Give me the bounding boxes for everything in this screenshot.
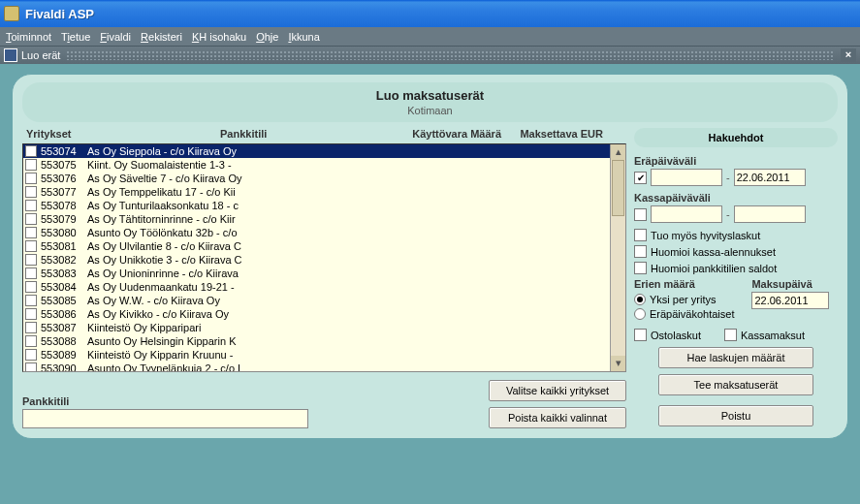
list-item[interactable]: 553081As Oy Ulvilantie 8 - c/o Kiirava C [23,239,610,253]
list-item[interactable]: 553082As Oy Unikkotie 3 - c/o Kiirava C [23,253,610,267]
row-checkbox[interactable] [25,200,37,211]
row-code: 553087 [41,322,87,333]
hae-laskujen-button[interactable]: Hae laskujen määrät [658,347,813,368]
pankki-saldo-checkbox[interactable] [634,262,647,274]
radio-erapvm-label: Eräpäiväkohtaiset [650,308,734,320]
menu-ohje[interactable]: Ohje [256,31,278,43]
scroll-track[interactable] [611,160,625,356]
list-item[interactable]: 553077As Oy Temppelikatu 17 - c/o Kii [23,185,610,199]
subwindow-header: Luo erät × [0,47,860,64]
list-item[interactable]: 553083As Oy Unioninrinne - c/o Kiirava [23,267,610,280]
row-checkbox[interactable] [25,186,37,198]
form-icon [4,48,17,62]
list-item[interactable]: 553090Asunto Oy Tyynelänkuja 2 - c/o I [23,362,610,371]
row-checkbox[interactable] [25,254,37,266]
row-code: 553074 [41,145,87,157]
remove-all-button[interactable]: Poista kaikki valinnat [489,407,626,428]
col-maksettava: Maksettava EUR [501,128,622,140]
close-icon[interactable]: × [841,48,856,62]
row-code: 553081 [41,240,87,252]
kassa-alennus-checkbox[interactable] [634,245,647,258]
row-checkbox[interactable] [25,173,37,184]
row-checkbox[interactable] [25,308,37,320]
tee-maksatuserat-button[interactable]: Tee maksatuserät [658,374,813,395]
company-listbox[interactable]: 553074As Oy Sieppola - c/o Kiirava Oy553… [22,143,626,372]
row-name: Kiinteistö Oy Kipparin Kruunu - [87,349,608,361]
kassapaiva-from-input[interactable] [651,205,722,223]
radio-yksi-per-yritys[interactable] [634,294,646,305]
menu-rekisteri[interactable]: Rekisteri [141,31,182,43]
row-checkbox[interactable] [25,335,37,347]
row-code: 553079 [41,213,87,225]
workspace: Luo maksatuserät Kotimaan Yritykset Pank… [0,64,860,504]
list-item[interactable]: 553084As Oy Uudenmaankatu 19-21 - [23,280,610,294]
row-code: 553088 [41,335,87,347]
row-checkbox[interactable] [25,295,37,306]
list-item[interactable]: 553087Kiinteistö Oy Kipparipari [23,321,610,334]
row-checkbox[interactable] [25,362,37,371]
list-item[interactable]: 553078As Oy Tunturilaaksonkatu 18 - c [23,199,610,212]
radio-erapaivakohtaiset[interactable] [634,308,646,320]
hyvitys-label: Tuo myös hyvityslaskut [651,230,760,241]
row-name: Asunto Oy Helsingin Kipparin K [87,335,608,347]
select-all-button[interactable]: Valitse kaikki yritykset [489,380,626,401]
subwindow-title: Luo erät [21,49,60,61]
scroll-up-icon[interactable]: ▴ [611,144,625,160]
maksupvm-label: Maksupäivä [751,278,838,290]
list-item[interactable]: 553079As Oy Tähtitorninrinne - c/o Kiir [23,212,610,226]
row-checkbox[interactable] [25,322,37,333]
kassapaiva-checkbox[interactable] [634,208,647,221]
row-code: 553082 [41,254,87,266]
row-checkbox[interactable] [25,159,37,171]
list-item[interactable]: 553074As Oy Sieppola - c/o Kiirava Oy [23,144,610,158]
row-name: Kiint. Oy Suomalaistentie 1-3 - [87,159,608,171]
erapaiva-from-input[interactable] [651,169,722,186]
row-code: 553086 [41,308,87,320]
list-item[interactable]: 553086As Oy Kivikko - c/o Kiirava Oy [23,307,610,321]
java-icon [4,6,19,21]
pankkitili-label: Pankkitili [22,395,308,407]
list-item[interactable]: 553076As Oy Säveltie 7 - c/o Kiirava Oy [23,172,610,185]
kassapaiva-label: Kassapäiväväli [634,192,838,204]
row-checkbox[interactable] [25,268,37,279]
row-checkbox[interactable] [25,145,37,157]
list-item[interactable]: 553085As Oy W.W. - c/o Kiirava Oy [23,294,610,307]
list-item[interactable]: 553080Asunto Oy Töölönkatu 32b - c/o [23,226,610,239]
scroll-down-icon[interactable]: ▾ [611,356,625,371]
row-name: As Oy Unikkotie 3 - c/o Kiirava C [87,254,608,266]
menu-toiminnot[interactable]: Toiminnot [6,31,51,43]
row-name: As Oy Sieppola - c/o Kiirava Oy [87,145,608,157]
dash-icon: - [726,172,730,183]
menu-kh-isohaku[interactable]: KH isohaku [192,31,246,43]
list-item[interactable]: 553089Kiinteistö Oy Kipparin Kruunu - [23,348,610,362]
row-checkbox[interactable] [25,227,37,238]
poistu-button[interactable]: Poistu [658,405,813,426]
kassapaiva-to-input[interactable] [734,205,806,223]
erapaiva-checkbox[interactable] [634,172,647,184]
row-code: 553090 [41,362,87,371]
row-name: Kiinteistö Oy Kipparipari [87,322,608,333]
scroll-thumb[interactable] [612,160,624,216]
row-code: 553076 [41,173,87,184]
pankkitili-input[interactable] [22,409,308,428]
menu-ikkuna[interactable]: Ikkuna [288,31,319,43]
menu-tietue[interactable]: Tietue [61,31,90,43]
kassamaksut-checkbox[interactable] [724,329,737,341]
hyvitys-checkbox[interactable] [634,229,647,241]
row-name: Asunto Oy Töölönkatu 32b - c/o [87,227,608,238]
erapaiva-to-input[interactable] [734,169,806,186]
row-checkbox[interactable] [25,349,37,361]
menu-fivaldi[interactable]: Fivaldi [100,31,131,43]
row-checkbox[interactable] [25,281,37,293]
scrollbar[interactable]: ▴ ▾ [610,144,625,371]
row-name: As Oy Unioninrinne - c/o Kiirava [87,268,608,279]
list-item[interactable]: 553088Asunto Oy Helsingin Kipparin K [23,334,610,348]
row-name: Asunto Oy Tyynelänkuja 2 - c/o I [87,362,608,371]
maksupvm-input[interactable] [751,292,829,309]
row-checkbox[interactable] [25,240,37,252]
dash-icon: - [726,208,730,220]
kassamaksut-label: Kassamaksut [741,330,805,341]
ostolaskut-checkbox[interactable] [634,329,647,341]
list-item[interactable]: 553075Kiint. Oy Suomalaistentie 1-3 - [23,158,610,172]
row-checkbox[interactable] [25,213,37,225]
